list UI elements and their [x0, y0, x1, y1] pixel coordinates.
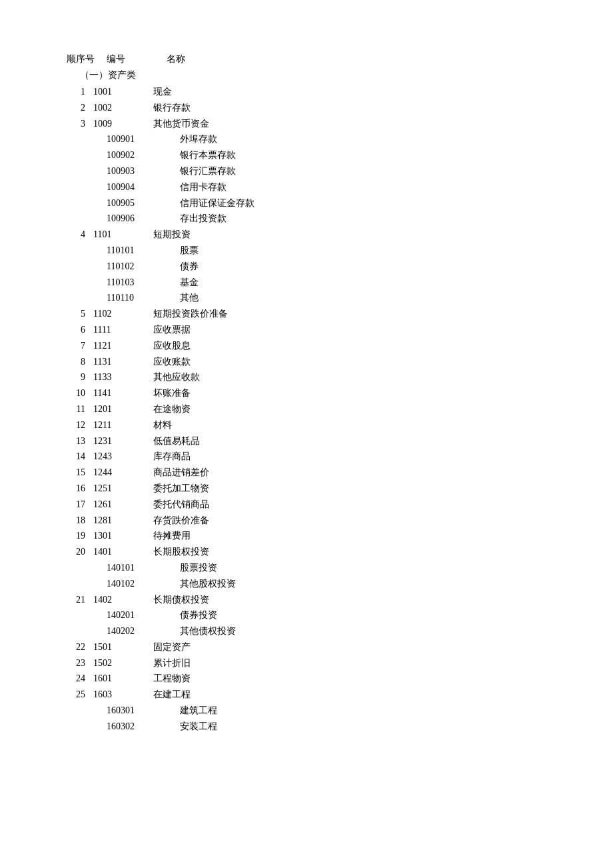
table-row: 2 1002 银行存款 [67, 100, 546, 116]
sub-row-code: 110110 [93, 290, 167, 306]
row-code: 1502 [93, 655, 153, 671]
sub-row-name: 债券投资 [167, 607, 546, 623]
table-row: 19 1301 待摊费用 [67, 528, 546, 544]
table-row: 18 1281 存货跌价准备 [67, 513, 546, 529]
row-seq: 5 [67, 306, 93, 322]
sub-row-seq [67, 607, 93, 623]
row-name: 工程物资 [153, 671, 546, 687]
table-sub-row: 100901 外埠存款 [67, 131, 546, 147]
row-name: 应收股息 [153, 338, 546, 354]
sub-row-name: 建筑工程 [167, 703, 546, 719]
row-seq: 11 [67, 401, 93, 417]
sub-row-code: 140102 [93, 576, 167, 592]
sub-row-code: 100904 [93, 179, 167, 195]
table-row: 10 1141 坏账准备 [67, 385, 546, 401]
table-sub-row: 110103 基金 [67, 275, 546, 291]
row-seq: 8 [67, 354, 93, 370]
row-name: 材料 [153, 417, 546, 433]
row-name: 应收票据 [153, 322, 546, 338]
sub-row-name: 债券 [167, 259, 546, 275]
table-sub-row: 140102 其他股权投资 [67, 576, 546, 592]
row-seq: 19 [67, 528, 93, 544]
sub-row-name: 股票投资 [167, 560, 546, 576]
sub-row-seq [67, 275, 93, 291]
table-sub-row: 100905 信用证保证金存款 [67, 195, 546, 211]
row-seq: 25 [67, 687, 93, 703]
row-name: 长期债权投资 [153, 592, 546, 608]
header-name: 名称 [167, 53, 546, 65]
row-code: 1101 [93, 227, 153, 243]
row-seq: 21 [67, 592, 93, 608]
row-name: 委托加工物资 [153, 481, 546, 497]
rows-container: 1 1001 现金 2 1002 银行存款 3 1009 其他货币资金 1009… [67, 84, 546, 735]
account-table: 顺序号 编号 名称 （一）资产类 1 1001 现金 2 1002 银行存款 3… [67, 53, 546, 735]
table-row: 9 1133 其他应收款 [67, 369, 546, 385]
table-row: 7 1121 应收股息 [67, 338, 546, 354]
sub-row-seq [67, 259, 93, 275]
row-name: 在建工程 [153, 687, 546, 703]
sub-row-code: 110101 [93, 243, 167, 259]
sub-row-code: 100906 [93, 211, 167, 227]
row-code: 1501 [93, 639, 153, 655]
row-name: 低值易耗品 [153, 433, 546, 449]
sub-row-seq [67, 560, 93, 576]
sub-row-name: 银行本票存款 [167, 147, 546, 163]
row-seq: 17 [67, 497, 93, 513]
row-seq: 14 [67, 449, 93, 465]
sub-row-name: 信用证保证金存款 [167, 195, 546, 211]
table-sub-row: 100904 信用卡存款 [67, 179, 546, 195]
sub-row-seq [67, 623, 93, 639]
row-seq: 18 [67, 513, 93, 529]
table-row: 12 1211 材料 [67, 417, 546, 433]
table-row: 20 1401 长期股权投资 [67, 544, 546, 560]
table-row: 13 1231 低值易耗品 [67, 433, 546, 449]
table-sub-row: 100902 银行本票存款 [67, 147, 546, 163]
sub-row-seq [67, 719, 93, 735]
table-sub-row: 110110 其他 [67, 290, 546, 306]
row-seq: 16 [67, 481, 93, 497]
sub-row-code: 110103 [93, 275, 167, 291]
sub-row-name: 安装工程 [167, 719, 546, 735]
row-seq: 1 [67, 84, 93, 100]
sub-row-code: 160301 [93, 703, 167, 719]
table-sub-row: 110102 债券 [67, 259, 546, 275]
sub-row-name: 其他债权投资 [167, 623, 546, 639]
table-row: 16 1251 委托加工物资 [67, 481, 546, 497]
row-code: 1009 [93, 116, 153, 132]
row-code: 1111 [93, 322, 153, 338]
row-name: 银行存款 [153, 100, 546, 116]
table-row: 21 1402 长期债权投资 [67, 592, 546, 608]
row-name: 在途物资 [153, 401, 546, 417]
table-row: 22 1501 固定资产 [67, 639, 546, 655]
row-code: 1002 [93, 100, 153, 116]
sub-row-name: 外埠存款 [167, 131, 546, 147]
table-sub-row: 140201 债券投资 [67, 607, 546, 623]
row-code: 1133 [93, 369, 153, 385]
sub-row-code: 140202 [93, 623, 167, 639]
row-code: 1001 [93, 84, 153, 100]
row-seq: 23 [67, 655, 93, 671]
row-seq: 10 [67, 385, 93, 401]
table-row: 25 1603 在建工程 [67, 687, 546, 703]
row-code: 1244 [93, 465, 153, 481]
sub-row-code: 100903 [93, 163, 167, 179]
row-seq: 2 [67, 100, 93, 116]
table-row: 11 1201 在途物资 [67, 401, 546, 417]
sub-row-code: 100902 [93, 147, 167, 163]
row-code: 1141 [93, 385, 153, 401]
sub-row-code: 100901 [93, 131, 167, 147]
sub-row-seq [67, 131, 93, 147]
table-sub-row: 100906 存出投资款 [67, 211, 546, 227]
row-code: 1201 [93, 401, 153, 417]
table-header: 顺序号 编号 名称 [67, 53, 546, 65]
row-name: 累计折旧 [153, 655, 546, 671]
table-row: 5 1102 短期投资跌价准备 [67, 306, 546, 322]
row-name: 应收账款 [153, 354, 546, 370]
sub-row-name: 基金 [167, 275, 546, 291]
table-sub-row: 140202 其他债权投资 [67, 623, 546, 639]
sub-row-seq [67, 195, 93, 211]
sub-row-name: 存出投资款 [167, 211, 546, 227]
row-code: 1601 [93, 671, 153, 687]
table-row: 23 1502 累计折旧 [67, 655, 546, 671]
row-seq: 13 [67, 433, 93, 449]
